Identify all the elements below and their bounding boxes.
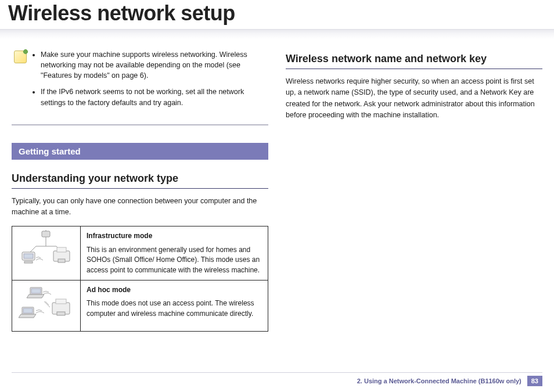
mode-title: Infrastructure mode xyxy=(87,231,262,241)
mode-description: This mode does not use an access point. … xyxy=(87,299,262,319)
heading-rule xyxy=(12,188,268,189)
table-row: Ad hoc mode This mode does not use an ac… xyxy=(12,280,268,331)
note-callout: Make sure your machine supports wireless… xyxy=(12,47,268,125)
body-paragraph: Wireless networks require higher securit… xyxy=(286,76,542,121)
note-item: Make sure your machine supports wireless… xyxy=(41,49,264,81)
svg-rect-14 xyxy=(31,289,41,293)
svg-rect-19 xyxy=(57,312,65,315)
left-column: Make sure your machine supports wireless… xyxy=(12,47,268,332)
svg-rect-8 xyxy=(24,254,33,258)
svg-rect-12 xyxy=(58,259,65,262)
note-item: If the IPv6 network seems to not be work… xyxy=(41,87,264,107)
note-icon xyxy=(14,51,27,63)
network-modes-table: Infrastructure mode This is an environme… xyxy=(12,226,268,332)
svg-rect-9 xyxy=(24,261,33,263)
svg-rect-16 xyxy=(23,308,33,313)
content-columns: Make sure your machine supports wireless… xyxy=(12,47,542,332)
svg-rect-0 xyxy=(42,231,50,237)
subsection-heading: Understanding your network type xyxy=(12,172,268,185)
heading-rule xyxy=(286,69,542,69)
body-paragraph: Typically, you can only have one connect… xyxy=(12,196,268,218)
mode-description: This is an environment generally used fo… xyxy=(87,245,262,275)
svg-rect-11 xyxy=(57,247,66,252)
footer-chapter-label: 2. Using a Network-Connected Machine (B1… xyxy=(357,377,521,384)
manual-page: Wireless network setup Make sure your ma… xyxy=(0,1,554,392)
svg-line-5 xyxy=(30,246,36,252)
mode-diagram-cell xyxy=(12,280,81,331)
note-list: Make sure your machine supports wireless… xyxy=(31,49,264,114)
svg-rect-18 xyxy=(56,299,66,304)
footer-rule xyxy=(12,372,542,373)
mode-title: Ad hoc mode xyxy=(87,285,262,295)
adhoc-diagram-icon xyxy=(19,284,74,325)
infrastructure-diagram-icon xyxy=(19,230,74,271)
page-number-badge: 83 xyxy=(527,376,542,386)
title-separator xyxy=(0,29,554,39)
page-footer: 2. Using a Network-Connected Machine (B1… xyxy=(12,376,542,386)
mode-diagram-cell xyxy=(12,226,81,280)
section-heading-bar: Getting started xyxy=(12,143,268,160)
subsection-heading: Wireless network name and network key xyxy=(286,53,542,65)
mode-description-cell: Infrastructure mode This is an environme… xyxy=(81,226,268,280)
mode-description-cell: Ad hoc mode This mode does not use an ac… xyxy=(81,280,268,331)
page-title: Wireless network setup xyxy=(8,1,542,26)
right-column: Wireless network name and network key Wi… xyxy=(286,47,542,332)
table-row: Infrastructure mode This is an environme… xyxy=(12,226,268,280)
